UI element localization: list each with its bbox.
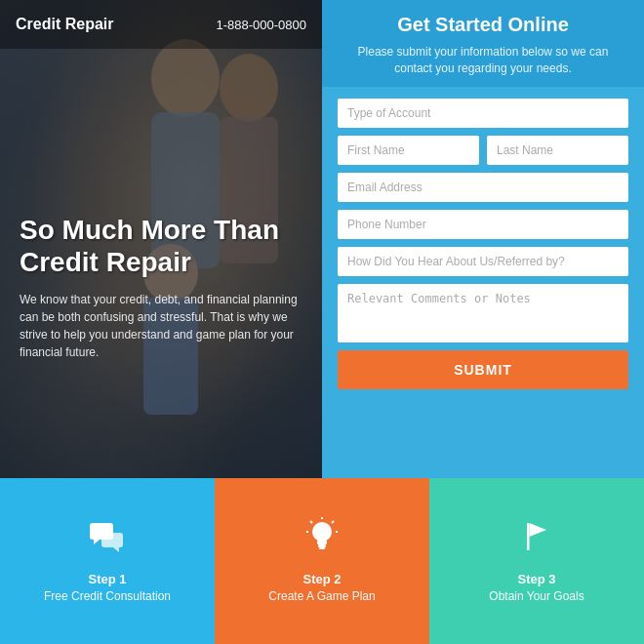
form-header: Get Started Online Please submit your in… [322,0,644,87]
step-1-number: Step 1 [44,571,171,588]
form-subtitle: Please submit your information below so … [342,44,624,77]
hero-headline: So Much More Than Credit Repair [20,214,302,279]
step-3-card: Step 3 Obtain Your Goals [429,478,644,644]
step-2-label: Step 2 Create A Game Plan [268,571,375,605]
hero-left-panel: Credit Repair 1-888-000-0800 So Much Mor… [0,0,322,478]
svg-rect-13 [318,544,326,547]
phone-number: 1-888-000-0800 [216,18,306,32]
steps-section: Step 1 Free Credit Consultation Step 2 [0,478,644,644]
step-1-icon [88,517,127,561]
step-3-icon [517,517,556,561]
svg-point-11 [312,522,332,542]
last-name-input[interactable] [487,136,628,165]
svg-marker-21 [530,523,547,537]
svg-rect-12 [317,541,327,544]
name-row [338,136,628,165]
svg-rect-14 [319,547,325,549]
svg-marker-8 [94,540,100,544]
step-2-icon [302,517,342,561]
email-input[interactable] [338,173,628,202]
step-3-name: Obtain Your Goals [489,588,584,605]
svg-line-16 [332,521,334,523]
svg-rect-9 [101,533,123,547]
referral-input[interactable] [338,247,628,276]
header-bar: Credit Repair 1-888-000-0800 [0,0,322,49]
step-3-number: Step 3 [489,571,584,588]
form-body: SUBMIT [322,87,644,478]
form-panel: Get Started Online Please submit your in… [322,0,644,478]
phone-input[interactable] [338,210,628,239]
brand-name: Credit Repair [16,16,113,33]
submit-button[interactable]: SUBMIT [338,350,628,389]
first-name-input[interactable] [338,136,479,165]
comments-textarea[interactable] [338,284,628,342]
step-2-number: Step 2 [268,571,375,588]
svg-line-18 [310,521,312,523]
step-1-name: Free Credit Consultation [44,588,171,605]
svg-marker-10 [113,547,119,552]
step-2-card: Step 2 Create A Game Plan [215,478,429,644]
form-title: Get Started Online [342,14,624,36]
step-3-label: Step 3 Obtain Your Goals [489,571,584,605]
hero-section: Credit Repair 1-888-000-0800 So Much Mor… [0,0,644,478]
step-1-card: Step 1 Free Credit Consultation [0,478,215,644]
hero-text-block: So Much More Than Credit Repair We know … [20,214,302,361]
svg-rect-20 [527,523,530,550]
step-1-label: Step 1 Free Credit Consultation [44,571,171,605]
account-type-input[interactable] [338,99,628,128]
hero-subtext: We know that your credit, debt, and fina… [20,291,302,361]
step-2-name: Create A Game Plan [268,588,375,605]
